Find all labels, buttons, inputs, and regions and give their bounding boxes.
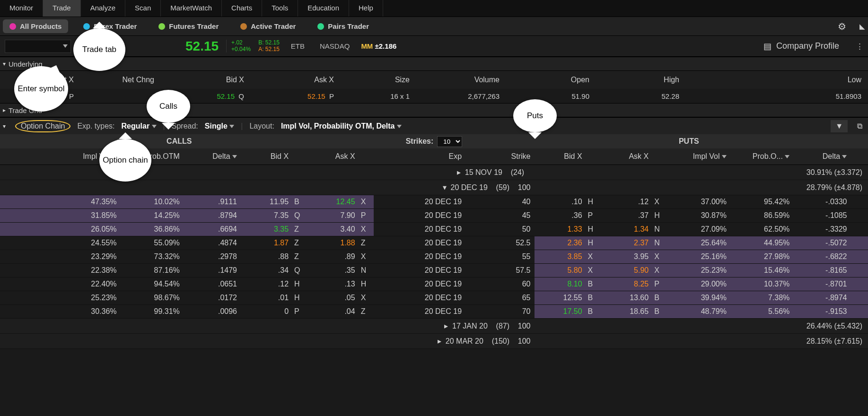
col-put-potm[interactable]: Prob.O... <box>730 148 793 165</box>
chevron-right-icon: ▸ <box>3 107 6 113</box>
menu-marketwatch[interactable]: MarketWatch <box>161 0 222 17</box>
menu-tools[interactable]: Tools <box>262 0 298 17</box>
strikes-selector: Strikes: 10 <box>359 136 510 147</box>
und-cell: 52.15 P <box>251 92 341 100</box>
collapse-all-icon[interactable]: ▼ <box>831 120 848 132</box>
menu-education[interactable]: Education <box>298 0 349 17</box>
col-put-bid[interactable]: Bid X <box>535 148 586 165</box>
underlying-columns: Last XNet ChngBid XAsk XSizeVolumeOpenHi… <box>0 71 868 89</box>
und-col-open[interactable]: Open <box>506 76 596 84</box>
menu-monitor[interactable]: Monitor <box>0 0 43 17</box>
underlying-section-header[interactable]: ▾ Underlying <box>0 57 868 71</box>
expiry-row[interactable]: ▸ 17 JAN 20 (87) 10026.44% (±5.432) <box>0 319 868 334</box>
chain-row[interactable]: 26.05%36.86%.66943.35Z3.40X20 DEC 19501.… <box>0 223 868 236</box>
expiry-row[interactable]: ▾ 20 DEC 19 (59) 10028.79% (±4.878) <box>0 180 868 195</box>
puts-header: PUTS <box>510 137 868 146</box>
und-cell: 51.8903 <box>686 92 868 100</box>
col-put-delta[interactable]: Delta <box>793 148 850 165</box>
calls-header: CALLS <box>0 137 359 146</box>
col-call-bid[interactable]: Bid X <box>241 148 292 165</box>
subtab-futures-trader[interactable]: Futures Trader <box>152 19 225 33</box>
gear-icon[interactable]: ⚙ <box>838 21 846 32</box>
und-cell: 52.28 <box>596 92 686 100</box>
callout-calls: Calls <box>147 90 190 123</box>
col-exp[interactable]: Exp <box>374 148 465 165</box>
underlying-row: 52.15 P52.15 Q52.15 P16 x 12,677,26351.9… <box>0 89 868 103</box>
und-cell: 51.90 <box>506 92 596 100</box>
chain-row[interactable]: 47.35%10.02%.911111.95B12.45X20 DEC 1940… <box>0 195 868 209</box>
etb-badge: ETB <box>287 42 308 50</box>
chain-row[interactable]: 25.23%98.67%.0172.01H.05X20 DEC 196512.5… <box>0 291 868 305</box>
col-put-iv[interactable]: Impl Vol <box>667 148 730 165</box>
book-icon: ▤ <box>763 41 772 52</box>
chain-row[interactable]: 22.40%94.54%.0651.12H.13H20 DEC 19608.10… <box>0 277 868 291</box>
callout-enter-symbol: Enter symbol <box>14 66 68 112</box>
col-put-ask[interactable]: Ask X <box>601 148 652 165</box>
dot-icon <box>158 23 165 30</box>
subtab-active-trader[interactable]: Active Trader <box>234 19 302 33</box>
company-profile-link[interactable]: ▤ Company Profile <box>763 41 839 52</box>
menu-help[interactable]: Help <box>349 0 383 17</box>
callout-option-chain: Option chain <box>99 139 151 182</box>
product-subtabs: All ProductsForex TraderFutures TraderAc… <box>0 17 868 36</box>
price-change: +.02+0.04% <box>226 40 251 52</box>
more-icon[interactable]: ⋮ <box>856 42 863 51</box>
chain-row[interactable]: 23.29%73.32%.2978.88Z.89X20 DEC 19553.85… <box>0 250 868 264</box>
und-col-size[interactable]: Size <box>341 76 416 84</box>
und-cell: 2,677,263 <box>416 92 506 100</box>
chain-row[interactable]: 31.85%14.25%.87947.35Q7.90P20 DEC 1945.3… <box>0 209 868 223</box>
und-col-net-chng[interactable]: Net Chng <box>80 76 161 84</box>
callout-trade-tab: Trade tab <box>73 28 125 71</box>
option-chain-title[interactable]: Option Chain <box>15 120 70 132</box>
corner-icon[interactable]: ◣ <box>859 22 865 31</box>
layout-select[interactable]: Impl Vol, Probability OTM, Delta <box>281 122 402 130</box>
dot-icon <box>9 23 16 30</box>
chain-row[interactable]: 24.55%55.09%.48741.87Z1.88Z20 DEC 1952.5… <box>0 236 868 250</box>
und-col-ask-x[interactable]: Ask X <box>251 76 341 84</box>
popout-icon[interactable]: ⧉ <box>854 120 865 132</box>
menu-trade[interactable]: Trade <box>43 0 81 17</box>
chevron-down-icon <box>63 44 68 48</box>
col-call-delta[interactable]: Delta <box>184 148 241 165</box>
menu-scan[interactable]: Scan <box>125 0 161 17</box>
strikes-select[interactable]: 10 <box>437 136 462 147</box>
chevron-down-icon: ▾ <box>3 61 6 67</box>
exchange-label: NASDAQ <box>316 42 353 50</box>
dot-icon <box>317 23 324 30</box>
expiry-row[interactable]: ▸ 20 MAR 20 (150) 10028.15% (±7.615) <box>0 334 868 349</box>
col-strike[interactable]: Strike <box>465 148 534 165</box>
subtab-pairs-trader[interactable]: Pairs Trader <box>311 19 376 33</box>
chain-row[interactable]: 22.38%87.16%.1479.34Q.35N20 DEC 1957.55.… <box>0 264 868 277</box>
col-call-ask[interactable]: Ask X <box>307 148 359 165</box>
dot-icon <box>83 23 90 30</box>
market-maker-icon: MM ±2.186 <box>361 42 396 50</box>
subtab-all-products[interactable]: All Products <box>3 19 68 33</box>
und-col-bid-x[interactable]: Bid X <box>161 76 251 84</box>
symbol-input[interactable] <box>5 40 71 53</box>
und-col-high[interactable]: High <box>596 76 686 84</box>
dot-icon <box>240 23 247 30</box>
bid-ask-mini: B: 52.15 A: 52.15 <box>258 40 280 52</box>
menu-charts[interactable]: Charts <box>222 0 262 17</box>
trade-grid-section-header[interactable]: ▸ Trade Grid <box>0 103 868 117</box>
chevron-down-icon: ▾ <box>3 123 6 130</box>
last-price: 52.15 <box>185 39 219 54</box>
callout-puts: Puts <box>513 99 557 132</box>
chain-row[interactable]: 30.36%99.31%.00960P.04Z20 DEC 197017.50B… <box>0 305 868 319</box>
und-cell: 16 x 1 <box>341 92 416 100</box>
symbol-infobar: 52.15 +.02+0.04% B: 52.15 A: 52.15 ETB N… <box>0 36 868 57</box>
menu-analyze[interactable]: Analyze <box>81 0 125 17</box>
und-col-low[interactable]: Low <box>686 76 868 84</box>
und-col-volume[interactable]: Volume <box>416 76 506 84</box>
main-menubar: MonitorTradeAnalyzeScanMarketWatchCharts… <box>0 0 868 17</box>
spread-select[interactable]: Single <box>205 122 234 130</box>
